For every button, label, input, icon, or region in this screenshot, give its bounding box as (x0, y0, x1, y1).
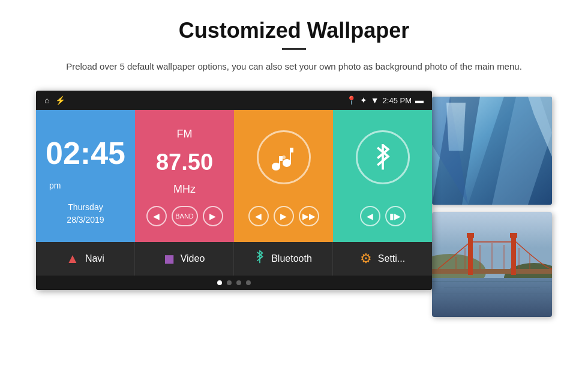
device-screen: ⌂ ⚡ 📍 ✦ ▼ 2:45 PM ▬ 02:45 (36, 91, 432, 290)
bluetooth-big-icon (372, 144, 394, 170)
radio-label: FM (177, 128, 193, 140)
dot-2[interactable] (227, 280, 232, 285)
status-time: 2:45 PM (383, 96, 412, 105)
bluetooth-tile: ◀ ▮▶ (333, 110, 432, 242)
wallpaper-bridge (432, 212, 552, 317)
svg-point-0 (282, 155, 286, 159)
location-icon: 📍 (346, 95, 356, 105)
wallpaper-ice (432, 97, 552, 205)
video-icon: ◼ (164, 251, 175, 267)
clock-date: Thursday 28/3/2019 (67, 201, 104, 226)
svg-rect-27 (432, 293, 552, 294)
bluetooth-label: Bluetooth (271, 253, 312, 264)
dot-1[interactable] (217, 280, 222, 285)
bt-icon-wrap (356, 130, 410, 184)
music-prev-btn[interactable]: ◀ (248, 206, 269, 226)
music-controls: ◀ ▶ ▶▶ (248, 206, 319, 226)
svg-rect-13 (432, 269, 552, 274)
bt-controls: ◀ ▮▶ (360, 206, 406, 226)
music-play-btn[interactable]: ▶ (274, 206, 294, 226)
radio-unit: MHz (173, 183, 196, 196)
radio-band-btn[interactable]: BAND (172, 206, 198, 226)
clock-tile: 02:45 pm Thursday 28/3/2019 (36, 110, 135, 242)
radio-controls: ◀ BAND ▶ (146, 206, 223, 226)
svg-rect-17 (510, 233, 517, 238)
dots-row (36, 276, 432, 290)
nav-item-settings[interactable]: ⚙ Setti... (333, 242, 432, 276)
clock-datenum: 28/3/2019 (67, 214, 104, 226)
nav-item-bluetooth[interactable]: Bluetooth (234, 242, 333, 276)
bt-skip-btn[interactable]: ▮▶ (385, 206, 406, 226)
status-bar-right: 📍 ✦ ▼ 2:45 PM ▬ (346, 95, 424, 105)
svg-rect-16 (467, 233, 474, 238)
nav-bt-icon (254, 250, 265, 267)
page-subtitle: Preload over 5 default wallpaper options… (36, 59, 552, 74)
clock-time: 02:45 (46, 137, 125, 169)
bottom-nav: ▲ Navi ◼ Video Bluetooth (36, 242, 432, 276)
wallpaper-stack (420, 97, 552, 325)
radio-frequency: 87.50 (156, 151, 213, 173)
settings-label: Setti... (378, 253, 405, 264)
status-bar: ⌂ ⚡ 📍 ✦ ▼ 2:45 PM ▬ (36, 91, 432, 110)
svg-rect-12 (432, 278, 552, 317)
title-underline (282, 48, 306, 50)
music-icon-wrap (257, 130, 311, 184)
wifi-icon: ▼ (371, 95, 379, 105)
bt-prev-btn[interactable]: ◀ (360, 206, 380, 226)
page-container: Customized Wallpaper Preload over 5 defa… (0, 0, 588, 337)
navi-icon: ▲ (66, 251, 79, 267)
usb-icon: ⚡ (55, 95, 65, 105)
music-note-icon (271, 144, 297, 170)
music-tile: ◀ ▶ ▶▶ (234, 110, 333, 242)
music-next-btn[interactable]: ▶▶ (299, 206, 319, 226)
status-bar-left: ⌂ ⚡ (44, 95, 65, 105)
battery-icon: ▬ (415, 95, 424, 105)
svg-rect-26 (444, 287, 540, 288)
radio-next-btn[interactable]: ▶ (203, 206, 223, 226)
dot-4[interactable] (246, 280, 251, 285)
nav-item-video[interactable]: ◼ Video (135, 242, 234, 276)
settings-icon: ⚙ (360, 251, 372, 267)
navi-label: Navi (85, 253, 104, 264)
display-area: ⌂ ⚡ 📍 ✦ ▼ 2:45 PM ▬ 02:45 (36, 91, 552, 325)
page-title: Customized Wallpaper (36, 18, 552, 43)
svg-rect-28 (456, 299, 528, 300)
main-grid: 02:45 pm Thursday 28/3/2019 FM 87.50 MHz… (36, 110, 432, 242)
radio-tile: FM 87.50 MHz ◀ BAND ▶ (135, 110, 234, 242)
home-icon: ⌂ (44, 95, 49, 105)
radio-prev-btn[interactable]: ◀ (146, 206, 167, 226)
bluetooth-status-icon: ✦ (360, 95, 367, 105)
video-label: Video (181, 253, 205, 264)
svg-rect-25 (432, 281, 552, 282)
clock-ampm: pm (49, 181, 61, 190)
wallpaper-ice-bg (432, 97, 552, 205)
clock-time-wrap: 02:45 (46, 125, 125, 169)
clock-day: Thursday (67, 201, 104, 214)
nav-item-navi[interactable]: ▲ Navi (36, 242, 135, 276)
dot-3[interactable] (236, 280, 241, 285)
